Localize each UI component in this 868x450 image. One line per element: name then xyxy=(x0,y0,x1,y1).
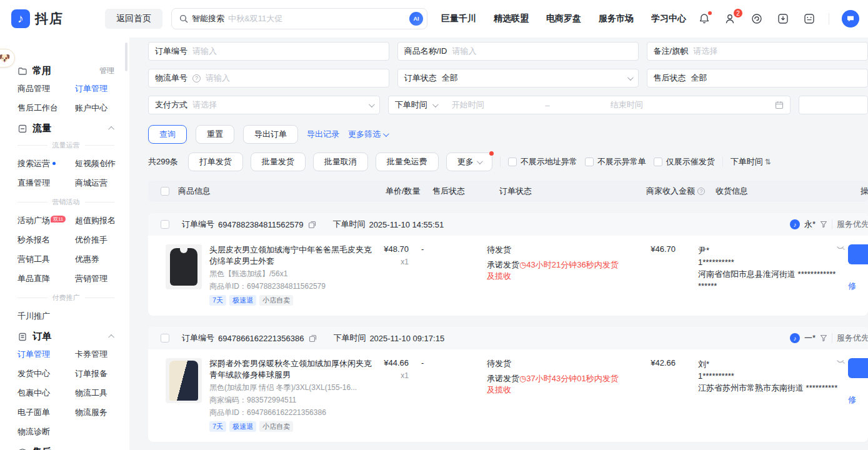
nav-jingxuan[interactable]: 精选联盟 xyxy=(494,13,529,24)
copy-icon[interactable] xyxy=(308,221,316,229)
sidebar-item-order-report[interactable]: 订单报备 xyxy=(75,368,129,379)
aftersale-status-select[interactable]: 售后状态 全部 xyxy=(647,69,868,88)
sidebar-item-card-coupon[interactable]: 卡券管理 xyxy=(75,349,129,360)
sidebar-item-marketing-tools[interactable]: 营销工具 xyxy=(17,254,75,265)
section-aftersale[interactable]: 售后 xyxy=(17,446,129,450)
sidebar-item-qianchuan-promo[interactable]: 千川推广 xyxy=(17,311,75,322)
order-no-input[interactable]: 订单编号 请输入 xyxy=(148,42,389,61)
order-checkbox[interactable] xyxy=(161,220,169,229)
modify-address-link[interactable]: 修 xyxy=(848,281,856,292)
product-spec: 黑色(加绒加厚 情侣 冬季)/3XL(3XL(155-16... xyxy=(209,382,373,393)
product-title[interactable]: 探爵者外套男保暖秋冬立领加绒加厚休闲夹克青年绒款修身棒球服男 xyxy=(209,358,373,381)
copy-icon[interactable] xyxy=(309,334,317,342)
sidebar-item-product-manage[interactable]: 商品管理 xyxy=(17,83,75,94)
sidebar-item-account-center[interactable]: 账户中心 xyxy=(75,102,129,114)
select-all-checkbox[interactable] xyxy=(161,187,169,196)
query-button[interactable]: 查询 xyxy=(148,125,187,144)
sidebar-item-activity-plaza[interactable]: 活动广场双11 xyxy=(17,215,75,226)
sidebar-item-single-discount[interactable]: 单品直降 xyxy=(17,273,75,284)
account-avatar[interactable] xyxy=(842,10,859,28)
recipient-cell: 尹* 1********** 河南省信阳市息县淮河街道 ************… xyxy=(698,244,839,292)
checkbox[interactable] xyxy=(508,158,517,166)
start-time-placeholder[interactable]: 开始时间 xyxy=(452,99,484,111)
section-traffic[interactable]: 流量 xyxy=(17,122,129,134)
merchant-code: 商家编码：983572994511 xyxy=(209,395,373,406)
tracking-no-input[interactable]: 物流单号 ? 请输入 xyxy=(148,69,389,88)
sidebar-item-youjia[interactable]: 优价推手 xyxy=(75,234,129,246)
nav-luopan[interactable]: 电商罗盘 xyxy=(546,13,581,24)
income-help-icon[interactable]: ? xyxy=(697,188,705,195)
ship-button[interactable] xyxy=(848,358,868,378)
tracking-help-icon[interactable]: ? xyxy=(192,74,201,82)
sidebar-item-logistics-tools[interactable]: 物流工具 xyxy=(75,388,129,399)
manage-link[interactable]: 管理 xyxy=(99,66,114,76)
batch-free-shipping-button[interactable]: 批量免运费 xyxy=(376,152,439,171)
download-client-icon[interactable] xyxy=(776,12,790,26)
section-order[interactable]: 订单 xyxy=(17,331,129,342)
batch-cancel-button[interactable]: 批量取消 xyxy=(313,152,368,171)
nav-xuexizhongxin[interactable]: 学习中心 xyxy=(651,13,686,24)
sidebar-scrollbar[interactable] xyxy=(125,42,127,71)
search-input[interactable]: 智能搜索 中秋&双11大促 AI xyxy=(171,8,427,29)
order-status-select[interactable]: 订单状态 全部 xyxy=(397,69,639,88)
sidebar-item-logistics-diagnose[interactable]: 物流诊断 xyxy=(17,426,75,438)
nav-fuwushichang[interactable]: 服务市场 xyxy=(599,13,634,24)
product-tags: 7天 极速退 小店自卖 xyxy=(209,421,373,432)
collapse-chevron-icon[interactable] xyxy=(108,126,114,132)
checkbox[interactable] xyxy=(585,158,594,166)
customer-service-icon[interactable] xyxy=(750,12,764,26)
batch-ship-button[interactable]: 批量发货 xyxy=(251,152,306,171)
sidebar-item-search-ops[interactable]: 搜索运营 xyxy=(17,158,75,169)
export-log-link[interactable]: 导出记录 xyxy=(307,129,339,140)
sidebar-item-ewaybill[interactable]: 电子面单 xyxy=(17,407,75,418)
print-ship-button[interactable]: 打单发货 xyxy=(188,152,243,171)
extra-filter-cut[interactable] xyxy=(799,96,868,114)
order-time-sort[interactable]: 下单时间⇅ xyxy=(731,156,771,168)
collapse-chevron-icon[interactable] xyxy=(108,334,114,341)
sidebar-item-chaozhigou[interactable]: 超值购报名 xyxy=(75,215,129,226)
funnel-icon[interactable] xyxy=(820,221,827,228)
end-time-placeholder[interactable]: 结束时间 xyxy=(611,99,770,111)
sidebar-item-live-manage[interactable]: 直播管理 xyxy=(17,178,75,189)
sidebar: 常用 管理 商品管理 订单管理 售后工作台 账户中心 流量 流量运营 搜索运营 … xyxy=(0,38,129,450)
product-name-input[interactable]: 商品名称/ID 请输入 xyxy=(397,42,639,61)
ship-button[interactable] xyxy=(848,244,868,264)
ai-search-button[interactable]: AI xyxy=(409,12,423,26)
sidebar-item-marketing-manage[interactable]: 营销管理 xyxy=(75,273,129,284)
col-recipient: 收货信息 xyxy=(711,186,849,197)
sidebar-item-seckill[interactable]: 秒杀报名 xyxy=(17,234,75,246)
time-range-picker[interactable]: 下单时间 开始时间 – 结束时间 xyxy=(388,96,791,114)
back-home-button[interactable]: 返回首页 xyxy=(105,9,162,29)
export-orders-button[interactable]: 导出订单 xyxy=(243,125,298,144)
sidebar-item-logistics-service[interactable]: 物流服务 xyxy=(75,407,129,418)
contacts-icon[interactable]: 2 xyxy=(724,12,737,26)
more-actions-button[interactable]: 更多 xyxy=(446,152,492,171)
chevron-down-icon xyxy=(383,131,389,137)
app-logo[interactable]: ♪ 抖店 xyxy=(11,9,105,28)
sidebar-item-order-manage-2[interactable]: 订单管理 xyxy=(17,349,75,360)
hide-abnormal-order-checkbox[interactable]: 不展示异常单 xyxy=(585,156,646,168)
sidebar-item-mall-ops[interactable]: 商城运营 xyxy=(75,178,129,189)
remark-flag-select[interactable]: 备注/旗帜 请选择 xyxy=(647,42,868,61)
reset-button[interactable]: 重置 xyxy=(196,125,234,144)
more-filters-link[interactable]: 更多筛选 xyxy=(348,129,387,140)
notification-bell-icon[interactable] xyxy=(697,12,711,26)
payment-method-select[interactable]: 支付方式 请选择 xyxy=(148,96,380,114)
product-title[interactable]: 头层皮衣男立领加绒海宁中年爸爸黑毛皮夹克仿绵羊皮男士外套 xyxy=(209,244,373,267)
sidebar-item-coupon[interactable]: 优惠券 xyxy=(75,254,129,265)
only-urged-checkbox[interactable]: 仅展示催发货 xyxy=(654,156,715,168)
apps-grid-icon[interactable] xyxy=(802,12,816,26)
sidebar-item-package-center[interactable]: 包裹中心 xyxy=(17,388,75,399)
sidebar-item-aftersale-workbench[interactable]: 售后工作台 xyxy=(17,102,75,114)
sidebar-item-order-manage[interactable]: 订单管理 xyxy=(75,83,129,94)
sidebar-item-short-video[interactable]: 短视频创作 xyxy=(75,158,129,169)
checkbox[interactable] xyxy=(654,158,662,166)
order-checkbox[interactable] xyxy=(161,334,169,342)
modify-address-link[interactable]: 修 xyxy=(848,394,856,406)
funnel-icon[interactable] xyxy=(820,334,827,342)
nav-qianchuan[interactable]: 巨量千川 xyxy=(441,13,476,24)
product-image[interactable] xyxy=(166,358,202,403)
product-image[interactable] xyxy=(166,244,202,289)
sidebar-item-ship-center[interactable]: 发货中心 xyxy=(17,368,75,379)
hide-address-abnormal-checkbox[interactable]: 不展示地址异常 xyxy=(508,156,577,168)
